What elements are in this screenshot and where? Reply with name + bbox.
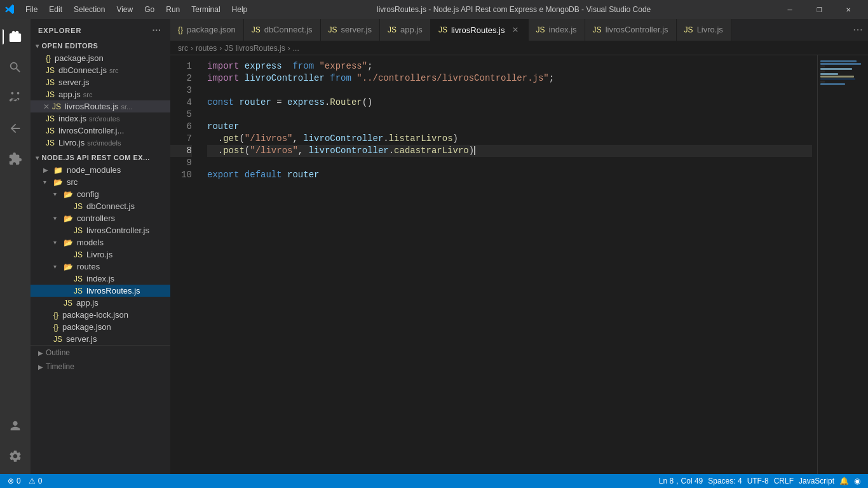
open-editors-arrow: ▾: [36, 43, 39, 50]
tab-livroscontroller[interactable]: JS livrosController.js: [585, 19, 677, 41]
breadcrumb-file[interactable]: JS livrosRoutes.js: [224, 44, 285, 53]
line-ending-text: CRLF: [774, 477, 794, 485]
js-file-icon: JS: [74, 287, 83, 295]
js-file-icon: JS: [74, 274, 83, 283]
minimize-button[interactable]: ─: [775, 0, 804, 19]
tree-server[interactable]: ▶ JS server.js: [31, 333, 170, 345]
tab-label: Livro.js: [697, 25, 723, 34]
tab-label: server.js: [341, 25, 372, 34]
close-button[interactable]: ✕: [834, 0, 863, 19]
tab-livro[interactable]: JS Livro.js: [677, 19, 731, 41]
tree-label: index.js: [86, 274, 114, 283]
tree-routes[interactable]: ▾ 📂 routes: [31, 261, 170, 273]
modified-dot[interactable]: ✕: [43, 102, 50, 111]
menu-go[interactable]: Go: [139, 4, 159, 15]
menu-file[interactable]: File: [20, 4, 43, 15]
tree-src[interactable]: ▾ 📂 src: [31, 176, 170, 188]
tree-node-modules[interactable]: ▶ 📁 node_modules: [31, 164, 170, 176]
code-editor[interactable]: 1 2 3 4 5 6 7 8 9 10 import express from…: [170, 55, 868, 474]
file-path-suffix: src: [83, 91, 93, 98]
menu-selection[interactable]: Selection: [69, 4, 110, 15]
tree-livroscontroller[interactable]: ▶ JS livrosController.js: [31, 224, 170, 236]
folder-arrow: ▾: [53, 263, 61, 270]
status-line-col[interactable]: Ln 8 , Col 49: [656, 474, 705, 488]
folder-icon: 📁: [53, 166, 63, 175]
menu-edit[interactable]: Edit: [44, 4, 67, 15]
tree-livrosroutes[interactable]: ▶ JS livrosRoutes.js: [31, 285, 170, 297]
tree-app[interactable]: ▶ JS app.js: [31, 297, 170, 309]
tab-close-button[interactable]: ✕: [510, 25, 520, 35]
settings-icon[interactable]: [3, 444, 28, 469]
tab-file-icon: JS: [684, 25, 693, 34]
line-number: 7: [170, 133, 192, 145]
open-editor-label: livrosRoutes.js: [65, 102, 119, 111]
tab-server[interactable]: JS server.js: [321, 19, 380, 41]
source-control-icon[interactable]: [3, 85, 28, 111]
status-spaces[interactable]: Spaces: 4: [705, 474, 744, 488]
status-bell[interactable]: 🔔: [837, 474, 851, 488]
explorer-icon[interactable]: [3, 24, 28, 50]
tree-dbconnect[interactable]: ▶ JS dbConnect.js: [31, 200, 170, 212]
sidebar-title: Explorer: [38, 27, 82, 34]
status-golive[interactable]: ◉: [851, 474, 863, 488]
breadcrumb-src[interactable]: src: [178, 44, 188, 53]
project-section[interactable]: ▾ NODE.JS API REST COM EX...: [31, 151, 170, 164]
menu-run[interactable]: Run: [161, 4, 185, 15]
open-editor-dbconnect[interactable]: JS dbConnect.js src: [31, 64, 170, 76]
open-editors-section[interactable]: ▾ Open Editors: [31, 39, 170, 52]
tree-models[interactable]: ▾ 📂 models: [31, 236, 170, 248]
line-number: 4: [170, 97, 192, 109]
open-editor-server[interactable]: JS server.js: [31, 76, 170, 88]
tree-index[interactable]: ▶ JS index.js: [31, 273, 170, 285]
maximize-button[interactable]: ❐: [804, 0, 834, 19]
breadcrumb-routes[interactable]: routes: [196, 44, 217, 53]
col-text: ,: [676, 477, 678, 485]
tab-dbconnect[interactable]: JS dbConnect.js: [244, 19, 321, 41]
tab-index[interactable]: JS index.js: [529, 19, 585, 41]
outline-label: Outline: [46, 348, 70, 357]
new-file-icon[interactable]: ⋯: [151, 24, 163, 37]
menu-help[interactable]: Help: [227, 4, 253, 15]
open-editor-app[interactable]: JS app.js src: [31, 88, 170, 100]
tab-livrosroutes[interactable]: JS livrosRoutes.js ✕: [431, 19, 529, 41]
tab-package-json[interactable]: {} package.json: [170, 19, 244, 41]
tree-livro[interactable]: ▶ JS Livro.js: [31, 248, 170, 261]
breadcrumb-symbol[interactable]: ...: [293, 44, 299, 53]
breadcrumb-separator: ›: [288, 44, 290, 53]
tree-config[interactable]: ▾ 📂 config: [31, 188, 170, 200]
code-content[interactable]: import express from "express"; import li…: [202, 55, 817, 474]
warning-count: 0: [38, 477, 43, 485]
status-encoding[interactable]: UTF-8: [745, 474, 771, 488]
open-editor-livro[interactable]: JS Livro.js src\models: [31, 137, 170, 149]
sidebar-content: ▾ Open Editors {} package.json JS dbConn…: [31, 39, 170, 474]
tree-controllers[interactable]: ▾ 📂 controllers: [31, 212, 170, 224]
status-language[interactable]: JavaScript: [796, 474, 837, 488]
status-right: Ln 8 , Col 49 Spaces: 4 UTF-8 CRLF JavaS…: [656, 474, 863, 488]
open-editor-livrosroutes[interactable]: ✕ JS livrosRoutes.js sr...: [31, 100, 170, 112]
outline-section-header[interactable]: ▶ Outline: [31, 346, 170, 360]
js-file-icon: JS: [46, 114, 55, 123]
json-file-icon: {}: [53, 323, 58, 332]
tab-app[interactable]: JS app.js: [380, 19, 431, 41]
tree-label: routes: [77, 262, 100, 271]
tree-package-json[interactable]: ▶ {} package.json: [31, 321, 170, 333]
tab-file-icon: JS: [536, 25, 545, 34]
open-editor-package-json[interactable]: {} package.json: [31, 52, 170, 64]
status-errors[interactable]: ⊗ 0 ⚠ 0: [5, 474, 44, 488]
extensions-icon[interactable]: [3, 146, 28, 172]
spaces-text: Spaces: 4: [708, 477, 742, 485]
status-line-ending[interactable]: CRLF: [771, 474, 796, 488]
json-file-icon: {}: [46, 54, 51, 63]
run-debug-icon[interactable]: [3, 116, 28, 141]
timeline-section-header[interactable]: ▶ Timeline: [31, 360, 170, 374]
open-editor-livroscontroller[interactable]: JS livrosController.j...: [31, 125, 170, 137]
menu-terminal[interactable]: Terminal: [186, 4, 225, 15]
account-icon[interactable]: [3, 413, 28, 438]
folder-open-icon: 📂: [64, 214, 73, 223]
open-editor-index[interactable]: JS index.js src\routes: [31, 112, 170, 125]
tab-more-button[interactable]: ⋯: [848, 19, 868, 41]
search-activity-icon[interactable]: [3, 55, 28, 80]
menu-view[interactable]: View: [111, 4, 138, 15]
tree-package-lock[interactable]: ▶ {} package-lock.json: [31, 309, 170, 321]
line-numbers: 1 2 3 4 5 6 7 8 9 10: [170, 55, 202, 474]
